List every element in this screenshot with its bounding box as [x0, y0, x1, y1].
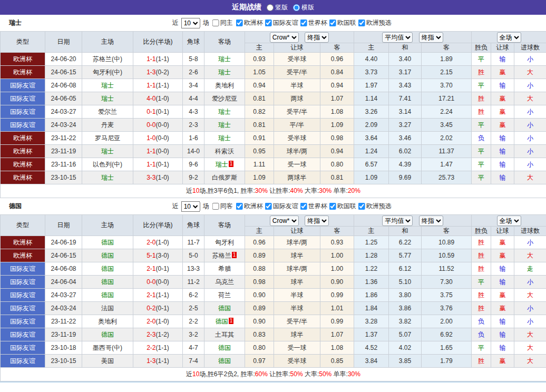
- league-filter[interactable]: 欧国联: [327, 202, 356, 211]
- summary-segment: 30%: [255, 187, 268, 194]
- league-filter[interactable]: 欧洲预选: [356, 18, 392, 27]
- league-checkbox[interactable]: [236, 203, 243, 210]
- page-title: 近期战绩: [232, 3, 261, 12]
- match-count-select[interactable]: 10: [181, 201, 200, 212]
- odds-home: 0.90: [245, 289, 274, 302]
- final-index-select-2[interactable]: 终指: [419, 215, 443, 226]
- league-filter[interactable]: 欧国联: [327, 18, 356, 27]
- home-team: 德国: [82, 289, 133, 302]
- final-index-select-2[interactable]: 终指: [419, 32, 443, 43]
- halftime-score: (0-1): [156, 108, 169, 115]
- odds-home: 0.95: [245, 145, 274, 158]
- league-filter[interactable]: 世界杯: [298, 202, 327, 211]
- match-date: 24-06-04: [45, 276, 82, 289]
- team-label: 瑞士: [101, 174, 114, 181]
- team-label: 匈牙利: [215, 239, 234, 246]
- full-match-select[interactable]: 全场: [497, 32, 521, 43]
- corner-count: 5-8: [183, 53, 204, 66]
- league-checkbox[interactable]: [265, 203, 272, 210]
- fulltime-score: 0-0: [147, 121, 155, 129]
- league-checkbox[interactable]: [265, 19, 272, 26]
- result-goals: 大: [514, 328, 546, 341]
- league-checkbox[interactable]: [329, 203, 336, 210]
- league-label: 世界杯: [308, 202, 327, 211]
- team-label: 瑞士: [101, 82, 114, 89]
- halftime-score: (0-1): [156, 305, 169, 312]
- avg-home: 1.28: [354, 249, 389, 262]
- score-cell: 2-0(1-0): [133, 236, 183, 249]
- home-team: 德国: [82, 276, 133, 289]
- league-filter[interactable]: 世界杯: [298, 18, 327, 27]
- result-handicap: 赢: [491, 249, 514, 262]
- avg-draw: 7.41: [389, 92, 422, 105]
- away-team: 德国: [204, 355, 245, 368]
- team-label: 美国: [101, 357, 114, 365]
- summary-segment: 场,胜3平6负1, 胜率:: [199, 187, 255, 194]
- match-row: 国际友谊24-06-04德国0-0(0-0)11-2乌克兰0.98球半0.901…: [1, 276, 546, 289]
- final-index-select[interactable]: 终指: [305, 215, 329, 226]
- league-checkbox[interactable]: [236, 19, 243, 26]
- bookmaker-select[interactable]: Crow*: [270, 215, 299, 226]
- same-side-filter[interactable]: 同主: [210, 18, 233, 27]
- result-handicap: 赢: [491, 105, 514, 119]
- avg-home: 1.37: [354, 328, 389, 341]
- same-side-checkbox[interactable]: [212, 203, 219, 210]
- team-label: 德国: [101, 331, 114, 338]
- horizontal-radio[interactable]: [293, 4, 300, 11]
- avg-home: 3.73: [354, 66, 389, 79]
- same-side-checkbox[interactable]: [212, 19, 219, 26]
- match-count-select[interactable]: 10: [181, 18, 200, 28]
- filters: 近 10 场 同主 欧洲杯国际友谊世界杯欧国联欧洲预选: [172, 15, 392, 31]
- avg-home: 1.97: [354, 79, 389, 92]
- league-filters: 欧洲杯国际友谊世界杯欧国联欧洲预选: [234, 202, 392, 211]
- league-checkbox[interactable]: [300, 203, 307, 210]
- league-filter[interactable]: 欧洲杯: [234, 18, 263, 27]
- result-handicap: 赢: [491, 355, 514, 368]
- avg-away: 1.89: [422, 53, 472, 66]
- league-filter[interactable]: 欧洲杯: [234, 202, 263, 211]
- corner-count: 5-0: [183, 249, 204, 262]
- league-filter[interactable]: 欧洲预选: [356, 202, 392, 211]
- result-wdl: 平: [472, 53, 491, 66]
- league-filter[interactable]: 国际友谊: [263, 18, 298, 27]
- vertical-radio[interactable]: [267, 4, 274, 11]
- average-select[interactable]: 平均值: [382, 32, 413, 43]
- full-match-select[interactable]: 全场: [497, 215, 521, 226]
- league-checkbox[interactable]: [358, 19, 365, 26]
- col-corner: 角球: [183, 32, 204, 53]
- odds-handicap: 受平/半: [274, 66, 320, 79]
- col-avg-draw: 和: [389, 227, 422, 236]
- col-result-wdl: 胜负: [472, 43, 491, 53]
- result-handicap: 输: [491, 132, 514, 145]
- odds-handicap: 半球: [274, 302, 320, 315]
- col-result-handicap: 让球: [491, 227, 514, 236]
- col-result-goals: 进球数: [514, 43, 546, 53]
- team-label: 苏格兰: [212, 252, 231, 259]
- league-checkbox[interactable]: [300, 19, 307, 26]
- odds-away: 1.09: [320, 119, 354, 132]
- league-filter[interactable]: 国际友谊: [263, 202, 298, 211]
- final-index-select[interactable]: 终指: [305, 32, 329, 43]
- summary-segment: 场,胜6平2负2, 胜率:: [199, 370, 255, 378]
- away-team: 土耳其: [204, 328, 245, 341]
- team-label: 以色列(中): [93, 161, 122, 168]
- league-checkbox[interactable]: [358, 203, 365, 210]
- odds-away: 1.00: [320, 262, 354, 276]
- result-handicap: 输: [491, 79, 514, 92]
- match-date: 24-06-08: [45, 79, 82, 92]
- same-side-filter[interactable]: 同客: [210, 202, 233, 211]
- result-wdl: 胜: [472, 302, 491, 315]
- home-team: 德国: [82, 249, 133, 262]
- result-handicap: 输: [491, 171, 514, 184]
- league-checkbox[interactable]: [329, 19, 336, 26]
- match-date: 23-10-18: [45, 341, 82, 355]
- average-select[interactable]: 平均值: [382, 215, 413, 226]
- layout-vertical-option[interactable]: 竖版: [267, 3, 288, 12]
- match-type: 国际友谊: [1, 289, 45, 302]
- same-side-label: 同客: [220, 202, 233, 211]
- match-row: 国际友谊24-06-08德国2-1(0-1)13-3希腊0.88球半/两1.00…: [1, 262, 546, 276]
- games-label: 场: [203, 202, 209, 211]
- layout-horizontal-option[interactable]: 横版: [293, 3, 314, 12]
- match-date: 24-03-27: [45, 105, 82, 119]
- bookmaker-select[interactable]: Crow*: [270, 32, 299, 43]
